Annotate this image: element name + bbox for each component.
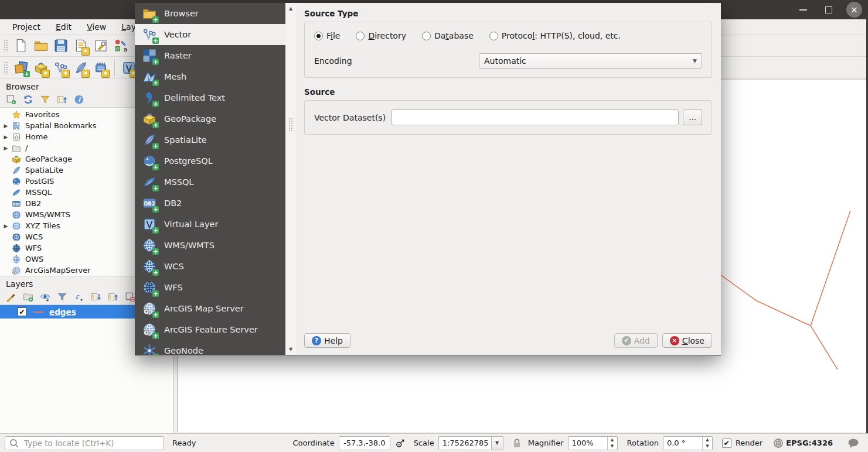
- toolbar-button[interactable]: [11, 59, 31, 77]
- dialog-sidebar-item[interactable]: SpatiaLite: [135, 129, 285, 150]
- dialog-sidebar-item[interactable]: ArcGIS Map Server: [135, 298, 285, 319]
- toolbar-button[interactable]: [31, 37, 51, 54]
- source-type-radio[interactable]: File: [314, 31, 340, 40]
- filter-browser-icon[interactable]: [40, 94, 50, 105]
- spin-up-icon[interactable]: ▲: [703, 437, 712, 443]
- dialog-sidebar-item[interactable]: DB2 DB2: [135, 193, 285, 214]
- coordinate-display-toggle-icon[interactable]: [395, 438, 406, 448]
- dialog-sidebar-item[interactable]: GeoPackage: [135, 108, 285, 129]
- dialog-sidebar-item[interactable]: Virtual Layer: [135, 214, 285, 235]
- save-project-icon: [54, 39, 68, 53]
- dialog-sidebar-item[interactable]: WFS: [135, 277, 285, 298]
- spin-up-icon[interactable]: ▲: [608, 437, 617, 443]
- expand-arrow-icon[interactable]: ▶: [0, 145, 12, 151]
- coordinate-value[interactable]: -57.3,-38.0: [339, 436, 390, 450]
- toolbar-button[interactable]: [71, 59, 91, 77]
- filter-expression-icon[interactable]: ε: [74, 292, 84, 302]
- add-group-icon[interactable]: [23, 292, 33, 302]
- close-button[interactable]: × Close: [662, 333, 712, 348]
- scroll-down-icon[interactable]: ▼: [285, 347, 296, 352]
- rotation-value: 0.0 °: [663, 437, 702, 450]
- magnifier-spinbox[interactable]: 100% ▲▼: [568, 436, 618, 450]
- spin-down-icon[interactable]: ▼: [703, 443, 712, 450]
- scroll-up-icon[interactable]: ▲: [285, 6, 296, 11]
- spin-down-icon[interactable]: ▼: [608, 443, 617, 450]
- source-type-radio[interactable]: Database: [422, 31, 474, 40]
- browse-button[interactable]: …: [683, 109, 702, 125]
- toolbar-button[interactable]: [11, 37, 31, 54]
- layer-styling-icon[interactable]: [6, 292, 16, 302]
- scale-combo[interactable]: 1:75262785 ▼: [438, 436, 503, 450]
- splitter-handle[interactable]: [288, 118, 293, 132]
- expand-arrow-icon[interactable]: ▶: [0, 123, 12, 129]
- dialog-sidebar-item[interactable]: GeoNode: [135, 340, 285, 355]
- expand-arrow-icon[interactable]: ▶: [0, 223, 12, 229]
- menu-item[interactable]: Edit: [51, 21, 76, 33]
- vector-dataset-input[interactable]: [392, 109, 679, 125]
- add-check-icon: ✔: [622, 336, 631, 345]
- dialog-sidebar-item[interactable]: Mesh: [135, 66, 285, 87]
- wcs-icon: [142, 259, 156, 273]
- svg-text:ε: ε: [75, 293, 80, 301]
- dialog-sidebar-item[interactable]: Browser: [135, 3, 285, 24]
- menu-item[interactable]: Project: [8, 21, 45, 33]
- collapse-all-icon[interactable]: [57, 94, 67, 105]
- add-selected-layers-icon[interactable]: [6, 94, 16, 105]
- vector-dataset-label: Vector Dataset(s): [314, 113, 386, 122]
- toolbar-button[interactable]: [91, 59, 111, 77]
- toolbar-grip[interactable]: [4, 61, 8, 74]
- rotation-spinbox[interactable]: 0.0 ° ▲▼: [663, 436, 713, 450]
- dialog-sidebar-item[interactable]: PostgreSQL: [135, 150, 285, 172]
- dialog-sidebar-item[interactable]: WCS: [135, 256, 285, 277]
- maximize-button[interactable]: [821, 2, 837, 18]
- locate-search[interactable]: [5, 436, 164, 450]
- manage-visibility-icon[interactable]: [40, 292, 50, 302]
- radio-icon: [489, 32, 498, 40]
- delimited-text-icon: [142, 91, 156, 105]
- filter-legend-icon[interactable]: [57, 292, 67, 302]
- toolbar-button[interactable]: [91, 37, 111, 54]
- add-vector-icon: [54, 61, 68, 75]
- add-delimited-text-icon: [74, 61, 88, 75]
- source-type-options: File Directory Database Protocol: HTTP(S…: [314, 31, 702, 40]
- encoding-combo[interactable]: Automatic ▼: [479, 53, 702, 69]
- toolbar-grip[interactable]: [4, 39, 8, 52]
- lock-scale-icon[interactable]: [512, 438, 522, 448]
- messages-icon[interactable]: [847, 437, 860, 449]
- tree-item-label: Home: [25, 132, 47, 141]
- dialog-sidebar-item[interactable]: Raster: [135, 45, 285, 66]
- dialog-sidebar-item[interactable]: WMS/WMTS: [135, 235, 285, 256]
- properties-widget-icon[interactable]: i: [74, 94, 84, 105]
- toolbar-button[interactable]: [31, 59, 51, 77]
- close-window-button[interactable]: ×: [846, 2, 862, 18]
- expand-arrow-icon[interactable]: ▶: [0, 134, 12, 140]
- dialog-sidebar-scrollbar[interactable]: ▲ ▼: [285, 3, 296, 355]
- radio-icon: [314, 32, 323, 40]
- dialog-sidebar-item[interactable]: Delimited Text: [135, 87, 285, 108]
- remove-layer-icon[interactable]: [125, 292, 135, 302]
- toolbar-button[interactable]: a: [111, 37, 131, 54]
- dialog-sidebar-item[interactable]: ArcGIS Feature Server: [135, 319, 285, 340]
- minimize-button[interactable]: [795, 2, 811, 18]
- expand-all-icon[interactable]: [91, 292, 101, 302]
- source-type-radio[interactable]: Directory: [356, 31, 406, 40]
- dialog-sidebar-item[interactable]: MSSQL: [135, 172, 285, 193]
- add-button[interactable]: ✔ Add: [614, 333, 658, 348]
- toolbar-button[interactable]: [71, 37, 91, 54]
- collapse-all-icon[interactable]: [108, 292, 118, 302]
- crs-globe-icon[interactable]: [773, 438, 784, 448]
- help-button[interactable]: ? Help: [304, 333, 350, 348]
- sidebar-item-label: Browser: [164, 9, 199, 18]
- refresh-icon[interactable]: [23, 94, 33, 105]
- layer-visibility-checkbox[interactable]: ✔: [18, 307, 26, 316]
- dialog-sidebar-item[interactable]: Vector: [135, 24, 285, 45]
- toolbar-button[interactable]: [51, 59, 71, 77]
- layer-name[interactable]: edges: [49, 307, 76, 317]
- locate-input[interactable]: [23, 438, 160, 448]
- toolbar-button[interactable]: [51, 37, 71, 54]
- crs-value[interactable]: EPSG:4326: [786, 439, 833, 447]
- source-type-radio[interactable]: Protocol: HTTP(S), cloud, etc.: [489, 31, 621, 40]
- menu-item[interactable]: View: [82, 21, 111, 33]
- chevron-down-icon[interactable]: ▼: [491, 436, 503, 450]
- render-checkbox[interactable]: ✔: [722, 439, 731, 448]
